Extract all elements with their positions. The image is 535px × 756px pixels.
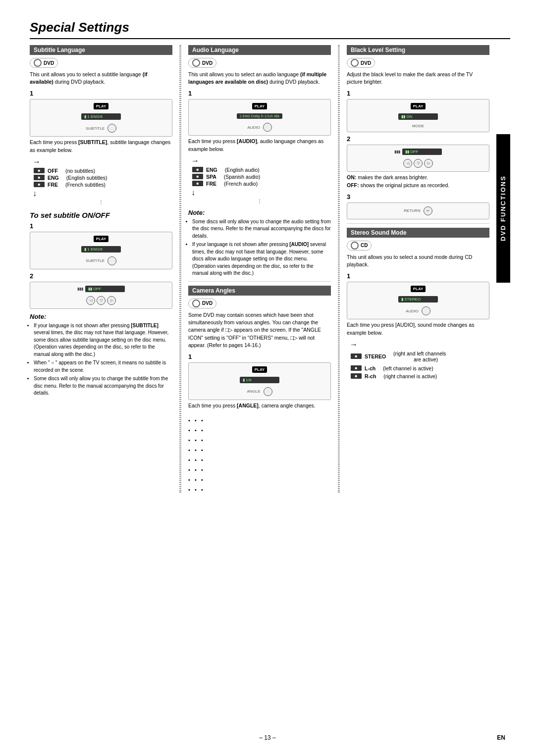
onoff-display2: ▮▮ OFF <box>85 286 125 292</box>
subtitle-options: ■ OFF (no subtitles) ■ ENG (English subt… <box>34 168 172 188</box>
step1-label: 1 <box>30 90 172 97</box>
subtitle-subheading: To set subtitle ON/OFF <box>30 211 172 219</box>
arrow-indicator: → <box>30 158 172 166</box>
audio-option-spa: ■ SPA (Spanish audio) <box>192 174 331 180</box>
bl-display1: ▮▮ ON <box>398 113 438 120</box>
arrow-down-more: ↓ <box>30 190 172 198</box>
stereo-options: ■ STEREO (right and left channels are ac… <box>351 351 489 379</box>
stereo-desc: Each time you press [AUDIO], sound mode … <box>347 321 489 336</box>
subtitle-step1-diagram: PLAY ▮ 1 ENG/6 SUBTITLE <box>30 99 172 137</box>
stereo-option-lch: ■ L-ch (left channel is active) <box>351 365 489 371</box>
bl-on-desc: ON: makes the dark areas brighter. OFF: … <box>347 174 489 189</box>
onoff-display: ▮ 1 ENG/6 <box>81 246 121 252</box>
subtitle-header: Subtitle Language <box>30 45 172 55</box>
ellipsis: ⋮ <box>30 199 172 206</box>
audio-circle-btn2 <box>422 306 430 315</box>
footer-lang: EN <box>497 734 505 741</box>
ellipsis2: ⋮ <box>188 198 331 205</box>
play-btn6: PLAY <box>411 286 426 292</box>
bl-step1-diagram: PLAY ▮▮ ON MODE <box>347 99 489 132</box>
stereo-option-rch: ■ R-ch (right channel is active) <box>351 373 489 379</box>
camera-footer-text: Each time you press [ANGLE], camera angl… <box>188 402 331 409</box>
dvd-badge-camera: DVD <box>188 299 216 308</box>
note-item-3: Some discs will only allow you to change… <box>34 375 172 397</box>
stereo-arrow: → <box>347 341 489 349</box>
option-row-off: ■ OFF (no subtitles) <box>34 168 172 174</box>
stereo-step1: 1 <box>347 272 489 280</box>
dvd-badge-blacklevel: DVD <box>347 58 375 68</box>
option-row-eng: ■ ENG (English subtitles) <box>34 175 172 181</box>
subtitle-intro: This unit allows you to select a subtitl… <box>30 71 172 86</box>
note-item-2: When " ○ " appears on the TV screen, it … <box>34 359 172 374</box>
note-heading-col1: Note: <box>30 313 172 320</box>
audio-arrow: → <box>188 157 331 165</box>
audio-note-1: Some discs will only allow you to change… <box>192 218 331 240</box>
subtitle-circle-btn <box>107 124 116 133</box>
camera-step1: 1 <box>188 353 331 360</box>
page-footer: – 13 – <box>0 734 535 741</box>
audio-step1-diagram: PLAY 1 ENG Dolby D 1/1ch 48k AUDIO <box>188 99 331 136</box>
bl-step2-diagram: ▮▮▮ ▮▮ OFF ◁ ▽ ▷ <box>347 145 489 172</box>
footer-page-number: – 13 – <box>259 734 275 741</box>
col-audio: Audio Language DVD This unit allows you … <box>180 45 339 493</box>
stereo-intro: This unit allows you to select a sound m… <box>347 253 489 268</box>
camera-step1-diagram: PLAY ▮ 1/6 ANGLE <box>188 362 331 400</box>
s-step1: 1 <box>30 222 172 230</box>
blacklevel-header: Black Level Setting <box>347 45 489 55</box>
columns-wrapper: Subtitle Language DVD This unit allows y… <box>30 45 510 493</box>
subtitle-circle-btn2 <box>107 256 116 265</box>
play-btn2: PLAY <box>94 236 109 242</box>
bl-nav-buttons: ◁ ▽ ▷ <box>403 159 433 168</box>
audio-option-eng: ■ ENG (English audio) <box>192 167 331 173</box>
divider2 <box>347 223 489 224</box>
s-step2: 2 <box>30 272 172 280</box>
audio-option-fre: ■ FRE (French audio) <box>192 181 331 187</box>
subtitle-onoff-step1: PLAY ▮ 1 ENG/6 SUBTITLE <box>30 232 172 269</box>
subtitle-onoff-step2: ▮▮▮ ▮▮ OFF ◁ ▽ ▷ <box>30 282 172 309</box>
note-list-col2: Some discs will only allow you to change… <box>188 218 331 277</box>
play-btn3: PLAY <box>252 103 268 109</box>
dot-fill-col2: • • • • • • • • • • • • • • • • • • • • … <box>188 417 331 493</box>
play-btn: PLAY <box>94 103 109 109</box>
audio-header: Audio Language <box>188 45 331 55</box>
audio-intro: This unit allows you to select an audio … <box>188 71 331 86</box>
note-list-col1: If your language is not shown after pres… <box>30 322 172 397</box>
play-btn5: PLAY <box>411 103 426 109</box>
stereo-step1-diagram: PLAY ▮ STEREO AUDIO <box>347 282 489 319</box>
subtitle-step2-desc: Each time you press [SUBTITLE], subtitle… <box>30 139 172 153</box>
note-heading-col2: Note: <box>188 209 331 216</box>
audio-step2-desc: Each time you press [AUDIO], audio langu… <box>188 138 331 152</box>
option-row-fre: ■ FRE (French subtitles) <box>34 182 172 188</box>
page: Special Settings Subtitle Language DVD T… <box>0 0 535 756</box>
bl-display2: ▮▮ OFF <box>402 149 442 155</box>
note-item-1: If your language is not shown after pres… <box>34 322 172 358</box>
dvd-badge-subtitle: DVD <box>30 58 58 68</box>
return-btn: ↩ <box>424 206 432 215</box>
page-title: Special Settings <box>30 20 510 39</box>
bl-step1: 1 <box>347 90 489 97</box>
audio-note-2: If your language is not shown after pres… <box>192 241 331 277</box>
audio-options: ■ ENG (English audio) ■ SPA (Spanish aud… <box>192 167 331 187</box>
col-blacklevel: Black Level Setting DVD Adjust the black… <box>339 45 496 493</box>
nav-buttons: ◁ ▽ ▷ <box>86 296 116 305</box>
main-columns: Subtitle Language DVD This unit allows y… <box>30 45 496 493</box>
blacklevel-intro: Adjust the black level to make the dark … <box>347 71 489 86</box>
cd-badge: CD <box>347 241 372 251</box>
audio-display: 1 ENG Dolby D 1/1ch 48k <box>237 113 282 119</box>
stereo-header: Stereo Sound Mode <box>347 228 489 238</box>
audio-step1: 1 <box>188 90 331 97</box>
audio-circle-btn <box>263 123 272 132</box>
camera-text: Some DVD may contain scenes which have b… <box>188 311 331 349</box>
camera-display: ▮ 1/6 <box>240 377 279 383</box>
subtitle-display1: ▮ 1 ENG/6 <box>81 113 121 120</box>
divider <box>188 281 331 282</box>
bl-step2: 2 <box>347 135 489 143</box>
play-btn4: PLAY <box>252 366 268 373</box>
angle-circle-btn <box>264 387 272 396</box>
bl-step3: 3 <box>347 193 489 201</box>
dvd-badge-audio: DVD <box>188 58 216 68</box>
dvd-functions-tab: DVD FUNCTIONS <box>496 134 510 283</box>
camera-header: Camera Angles <box>188 286 331 296</box>
col-subtitle: Subtitle Language DVD This unit allows y… <box>30 45 180 493</box>
bl-step3-diagram: RETURN ↩ <box>347 202 489 219</box>
